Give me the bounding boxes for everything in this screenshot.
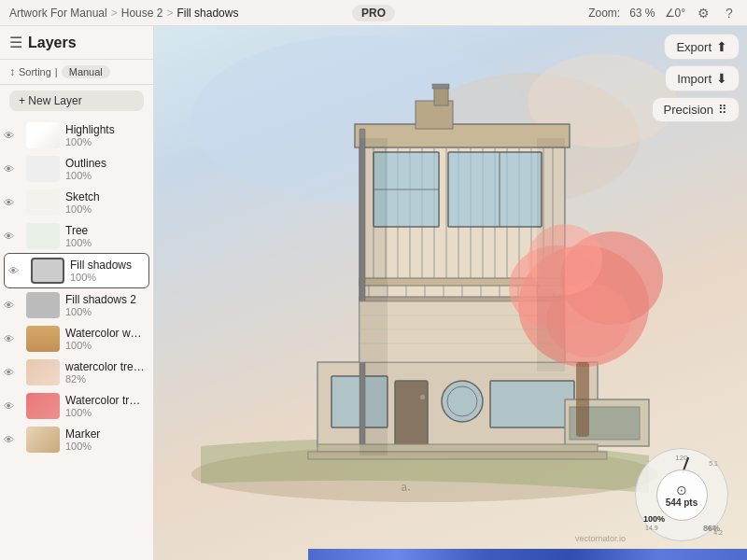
help-icon[interactable]: ? xyxy=(721,5,738,21)
settings-icon[interactable]: ⚙ xyxy=(695,5,712,21)
layer-info: Highlights100% xyxy=(65,123,146,147)
zoom-value[interactable]: 63 % xyxy=(629,7,655,20)
layer-thumbnail xyxy=(26,156,60,182)
zoom-label: Zoom: xyxy=(588,7,620,20)
sorting-bar[interactable]: ↕ Sorting | Manual xyxy=(0,60,153,85)
layer-opacity: 100% xyxy=(65,441,146,452)
breadcrumb-house[interactable]: House 2 xyxy=(121,7,163,20)
layer-name: Tree xyxy=(65,224,146,237)
sorting-icon: ↕ xyxy=(9,65,15,78)
compass-pts: 544 pts xyxy=(666,497,698,508)
layer-thumbnail xyxy=(26,359,60,385)
export-icon: ⬆ xyxy=(716,39,727,54)
layer-thumbnail xyxy=(26,427,60,453)
layer-visibility-icon[interactable]: 👁 xyxy=(4,367,21,378)
layer-opacity: 100% xyxy=(70,272,141,283)
export-button[interactable]: Export ⬆ xyxy=(664,34,740,60)
layer-visibility-icon[interactable]: 👁 xyxy=(4,434,21,445)
compass-outer: 120 5.1 4.2 4.2 14.9 ⊙ 544 pts 100% 86% xyxy=(635,448,728,541)
new-layer-button[interactable]: + New Layer xyxy=(9,91,144,111)
layer-thumbnail xyxy=(26,326,60,352)
layer-visibility-icon[interactable]: 👁 xyxy=(8,265,25,276)
color-bar xyxy=(308,549,747,560)
layer-item[interactable]: 👁Fill shadows100% xyxy=(4,253,149,288)
compass-icon: ⊙ xyxy=(676,483,687,497)
layer-thumbnail xyxy=(31,258,64,284)
layer-info: Watercolor tree ...100% xyxy=(65,394,146,418)
svg-rect-53 xyxy=(308,452,607,459)
layer-thumbnail xyxy=(26,122,60,148)
breadcrumb-active[interactable]: Fill shadows xyxy=(176,7,238,20)
watermark: vectornator.io xyxy=(575,534,626,543)
layer-thumbnail xyxy=(26,189,60,216)
breadcrumb-root[interactable]: Artwork For Manual xyxy=(9,7,107,20)
layers-list: 👁Highlights100%👁Outlines100%👁Sketch100%👁… xyxy=(0,117,153,560)
svg-rect-66 xyxy=(537,138,565,371)
layer-opacity: 82% xyxy=(65,373,146,385)
layer-info: Marker100% xyxy=(65,427,146,452)
precision-label: Precision xyxy=(664,103,713,117)
new-layer-label: + New Layer xyxy=(19,94,82,107)
top-bar: Artwork For Manual > House 2 > Fill shad… xyxy=(0,0,747,26)
layer-thumbnail xyxy=(26,292,60,318)
sidebar-title: Layers xyxy=(28,35,77,51)
layer-visibility-icon[interactable]: 👁 xyxy=(4,163,21,175)
layer-item[interactable]: 👁watercolor tree ...82% xyxy=(0,356,153,389)
layer-visibility-icon[interactable]: 👁 xyxy=(4,300,21,311)
layer-opacity: 100% xyxy=(65,136,146,147)
house-illustration: a. xyxy=(173,35,677,539)
layer-opacity: 100% xyxy=(65,407,146,418)
layer-name: watercolor tree ... xyxy=(65,360,146,373)
compass-inner: ⊙ 544 pts xyxy=(656,469,708,521)
angle-value: ∠0° xyxy=(665,7,685,20)
layer-name: Sketch xyxy=(65,190,146,203)
layer-name: Marker xyxy=(65,427,146,441)
svg-rect-7 xyxy=(434,87,448,105)
precision-button[interactable]: Precision ⠿ xyxy=(652,97,740,122)
layer-thumbnail xyxy=(26,223,60,249)
svg-rect-8 xyxy=(432,84,449,89)
sorting-label: Sorting xyxy=(19,66,51,77)
layer-name: Fill shadows xyxy=(70,259,141,272)
compass-pct1: 100% xyxy=(643,514,665,524)
layer-info: Tree100% xyxy=(65,224,146,248)
layer-info: Fill shadows100% xyxy=(70,259,141,283)
breadcrumb-sep2: > xyxy=(166,7,173,20)
svg-rect-47 xyxy=(395,381,428,446)
layer-opacity: 100% xyxy=(65,170,146,181)
svg-point-45 xyxy=(442,381,483,422)
layer-opacity: 100% xyxy=(65,237,146,248)
layer-info: Sketch100% xyxy=(65,190,146,215)
layer-item[interactable]: 👁Marker100% xyxy=(0,423,153,456)
svg-rect-26 xyxy=(448,152,542,227)
sorting-value[interactable]: Manual xyxy=(62,65,110,78)
layer-item[interactable]: 👁Sketch100% xyxy=(0,186,153,219)
compass-tick-tr: 5.1 xyxy=(709,460,718,467)
layer-item[interactable]: 👁Tree100% xyxy=(0,219,153,253)
layer-name: Outlines xyxy=(65,157,146,170)
layer-name: Watercolor tree ... xyxy=(65,394,146,407)
layer-info: Outlines100% xyxy=(65,157,146,181)
layer-item[interactable]: 👁Highlights100% xyxy=(0,119,153,152)
layer-item[interactable]: 👁Watercolor wood100% xyxy=(0,322,153,356)
breadcrumb-sep1: > xyxy=(111,7,118,20)
right-panel: Export ⬆ Import ⬇ Precision ⠿ xyxy=(654,26,747,130)
svg-rect-63 xyxy=(576,362,589,437)
layer-item[interactable]: 👁Fill shadows 2100% xyxy=(0,288,153,322)
layer-visibility-icon[interactable]: 👁 xyxy=(4,197,21,208)
sorting-sep: | xyxy=(55,66,58,77)
import-button[interactable]: Import ⬇ xyxy=(665,65,740,91)
layer-opacity: 100% xyxy=(65,340,146,351)
layer-item[interactable]: 👁Watercolor tree ...100% xyxy=(0,389,153,423)
layer-visibility-icon[interactable]: 👁 xyxy=(4,130,21,141)
layer-visibility-icon[interactable]: 👁 xyxy=(4,231,21,242)
svg-rect-65 xyxy=(359,138,388,455)
layer-thumbnail xyxy=(26,393,60,419)
layer-visibility-icon[interactable]: 👁 xyxy=(4,400,21,412)
svg-rect-44 xyxy=(490,381,574,427)
compass-widget[interactable]: 120 5.1 4.2 4.2 14.9 ⊙ 544 pts 100% 86% xyxy=(635,448,728,541)
layer-visibility-icon[interactable]: 👁 xyxy=(4,333,21,344)
menu-icon[interactable]: ☰ xyxy=(9,34,22,51)
layer-item[interactable]: 👁Outlines100% xyxy=(0,152,153,186)
layer-info: watercolor tree ...82% xyxy=(65,360,146,385)
